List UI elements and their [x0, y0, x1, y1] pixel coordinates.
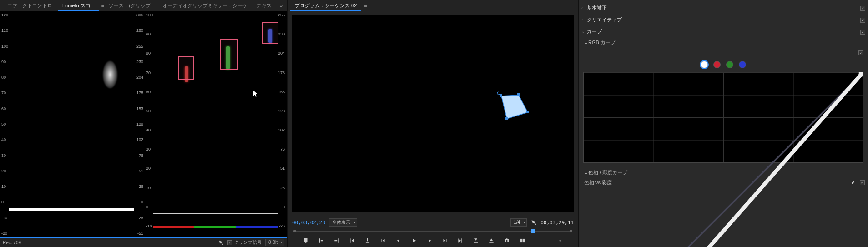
curve-line [584, 72, 863, 247]
frame-forward-icon[interactable] [426, 237, 433, 244]
extract-icon[interactable] [488, 237, 495, 244]
comparison-view-icon[interactable] [519, 237, 526, 244]
curve-channel-selector [581, 57, 865, 72]
step-back-icon[interactable] [379, 237, 387, 244]
tab-effect-controls[interactable]: エフェクトコントロール [3, 0, 58, 11]
tab-lumetri-scopes[interactable]: Lumetri スコープ [58, 0, 99, 11]
panel-menu-icon[interactable]: ≡ [364, 3, 367, 8]
luma-waveform-trace [103, 61, 117, 88]
channel-luma-icon[interactable] [701, 61, 708, 68]
subsection-rgb-curves[interactable]: ⌄ RGB カーブ [581, 37, 865, 47]
svg-rect-7 [520, 239, 522, 242]
svg-rect-2 [517, 93, 520, 96]
section-basic-correction[interactable]: › 基本補正 ✓ [581, 2, 865, 14]
tab-program[interactable]: プログラム：シーケンス 02 [290, 0, 361, 11]
go-to-out-icon[interactable] [457, 237, 464, 244]
timecode-row: 00;03;02;23 全体表示 1/4 00;03;29;11 [288, 217, 578, 228]
section-toggle[interactable]: ✓ [860, 29, 865, 35]
parade-baseline [153, 226, 278, 228]
luma-axis-right: 3062802552302041781531281027651260-26-51 [134, 13, 144, 236]
svg-marker-0 [501, 95, 528, 119]
button-editor-icon[interactable]: + [541, 237, 549, 244]
svg-line-9 [584, 72, 863, 247]
chevron-down-icon: ⌄ [581, 29, 587, 34]
scopes-panel: エフェクトコントロール Lumetri スコープ ≡ ソース：(クリップなし) … [0, 0, 288, 247]
section-curves[interactable]: ⌄ カーブ ✓ [581, 25, 865, 37]
section-label: 基本補正 [587, 5, 607, 11]
svg-rect-3 [526, 111, 529, 113]
lift-icon[interactable] [472, 237, 479, 244]
program-monitor[interactable] [292, 15, 574, 212]
annotation-rect-red [178, 56, 194, 80]
svg-point-5 [497, 92, 500, 95]
channel-green-icon[interactable] [726, 61, 733, 68]
section-label: カーブ [587, 28, 602, 35]
scope-footer: Rec. 709 ✓ クランプ信号 8 Bit [0, 238, 287, 247]
clamp-signal-label: クランプ信号 [234, 239, 262, 246]
luma-axis-left: 1201101009080706050403020100-10-20 [0, 13, 9, 236]
clamp-signal-toggle[interactable]: ✓ クランプ信号 [227, 239, 262, 246]
scope-area: 1201101009080706050403020100-10-20 30628… [0, 11, 287, 237]
parade-zero-line [153, 213, 278, 214]
play-icon[interactable] [410, 237, 418, 244]
resolution-dropdown[interactable]: 1/4 [510, 218, 527, 227]
checkbox-icon: ✓ [227, 240, 232, 245]
channel-blue-icon[interactable] [739, 61, 746, 68]
add-marker-icon[interactable] [302, 237, 309, 244]
export-frame-icon[interactable] [364, 237, 371, 244]
timecode-out[interactable]: 00;03;29;11 [540, 220, 574, 226]
channel-red-icon[interactable] [713, 61, 721, 68]
go-to-in-icon[interactable] [348, 237, 356, 244]
svg-rect-1 [500, 94, 502, 97]
scrub-track [295, 231, 571, 232]
tab-audio-mixer[interactable]: オーディオクリップミキサー：シーケンス 02 [158, 0, 252, 11]
scrub-start-handle[interactable] [293, 230, 296, 232]
rgb-axis-left: 1009080706050403020100-10 [145, 13, 153, 228]
section-toggle[interactable]: ✓ [860, 5, 865, 11]
scrub-bar[interactable] [292, 228, 574, 234]
tab-text[interactable]: テキスト [252, 0, 278, 11]
mask-shape[interactable] [497, 91, 533, 127]
colorspace-label: Rec. 709 [3, 240, 21, 245]
rgb-curve-toggle[interactable]: ✓ [858, 50, 863, 55]
program-tab-bar: プログラム：シーケンス 02 ≡ [288, 0, 578, 11]
mark-out-icon[interactable] [333, 237, 340, 244]
annotation-rect-green [220, 39, 238, 70]
playhead[interactable] [531, 229, 535, 233]
rgb-axis-right: 2552302041781531281027651260-26 [276, 13, 286, 228]
section-label: クリエイティブ [587, 16, 622, 23]
section-creative[interactable]: › クリエイティブ ✓ [581, 14, 865, 25]
lumetri-panel: › 基本補正 ✓ › クリエイティブ ✓ ⌄ カーブ ✓ ⌄ RGB カーブ ✓… [579, 0, 868, 247]
annotation-rect-blue [262, 22, 278, 44]
overflow-icon[interactable]: » [557, 237, 564, 244]
frame-back-icon[interactable] [395, 237, 402, 244]
transport-buttons: + » [288, 234, 578, 247]
chevron-right-icon: › [581, 17, 587, 22]
cursor-icon [253, 91, 259, 98]
rgb-curve-editor[interactable] [583, 72, 863, 163]
luma-baseline [9, 208, 134, 211]
fit-dropdown[interactable]: 全体表示 [329, 218, 357, 227]
tab-source[interactable]: ソース：(クリップなし) [104, 0, 158, 11]
rgb-curve-enable-row: ✓ [581, 47, 865, 57]
bit-depth-dropdown[interactable]: 8 Bit [265, 239, 284, 246]
svg-point-6 [506, 240, 508, 242]
scopes-body: 1201101009080706050403020100-10-20 30628… [0, 11, 287, 238]
timecode-in[interactable]: 00;03;02;23 [292, 220, 325, 226]
subsection-label: RGB カーブ [588, 39, 616, 46]
step-forward-icon[interactable] [441, 237, 449, 244]
section-toggle[interactable]: ✓ [860, 17, 865, 23]
svg-rect-8 [522, 239, 525, 242]
mark-in-icon[interactable] [318, 237, 325, 244]
chevron-right-icon: › [581, 5, 587, 10]
svg-rect-11 [859, 72, 863, 76]
scrub-end-handle[interactable] [570, 230, 572, 232]
camera-icon[interactable] [503, 237, 510, 244]
svg-rect-4 [505, 117, 508, 120]
settings-wrench-icon[interactable] [218, 240, 224, 246]
program-panel: プログラム：シーケンス 02 ≡ 00;03;02;23 全体表示 1/4 00… [288, 0, 579, 247]
chevron-down-icon: ⌄ [584, 40, 588, 45]
scopes-tab-bar: エフェクトコントロール Lumetri スコープ ≡ ソース：(クリップなし) … [0, 0, 287, 11]
settings-wrench-icon[interactable] [530, 219, 537, 226]
tabs-overflow-icon[interactable]: » [278, 3, 284, 8]
